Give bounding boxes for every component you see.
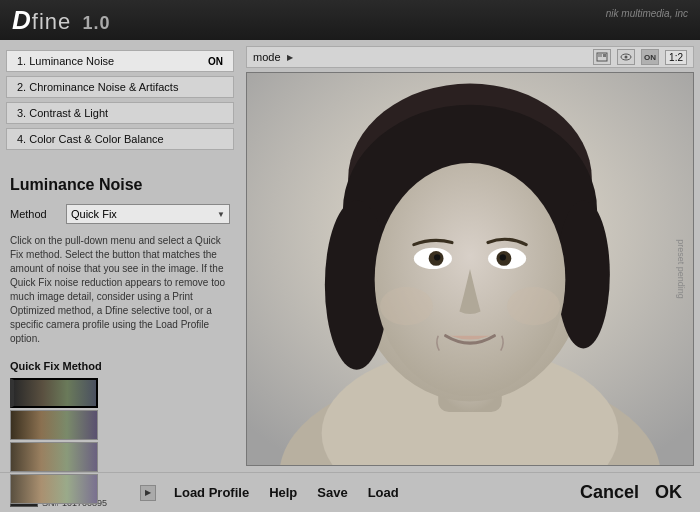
- left-panel: 1. Luminance Noise ON 2. Chrominance Noi…: [0, 40, 240, 472]
- thumbnail-item-1[interactable]: [10, 378, 98, 408]
- eye-icon: [620, 52, 632, 62]
- right-panel: mode ▶ ON 1:2: [240, 40, 700, 472]
- method-dropdown[interactable]: Quick Fix ▼: [66, 204, 230, 224]
- svg-point-17: [434, 254, 440, 260]
- image-icon: [596, 52, 608, 62]
- title-d: D: [12, 5, 32, 35]
- eye-icon-btn[interactable]: [617, 49, 635, 65]
- svg-point-21: [380, 287, 433, 325]
- load-profile-button[interactable]: Load Profile: [164, 481, 259, 504]
- chevron-down-icon: ▼: [217, 210, 225, 219]
- title-fine: fine: [32, 9, 71, 34]
- mode-bar: mode ▶ ON 1:2: [246, 46, 694, 68]
- preview-icon-btn[interactable]: [593, 49, 611, 65]
- play-icon: ▶: [145, 488, 151, 497]
- app-header: Dfine 1.0 nik multimedia, inc: [0, 0, 700, 40]
- ok-button[interactable]: OK: [647, 478, 690, 507]
- step-1-badge: ON: [208, 56, 223, 67]
- svg-point-4: [625, 56, 628, 59]
- method-row: Method Quick Fix ▼: [10, 204, 230, 224]
- play-button[interactable]: ▶: [140, 485, 156, 501]
- zoom-display[interactable]: 1:2: [665, 50, 687, 65]
- step-item-1[interactable]: 1. Luminance Noise ON: [6, 50, 234, 72]
- mode-arrow-icon: ▶: [287, 53, 293, 62]
- svg-rect-1: [598, 54, 602, 57]
- mode-label: mode: [253, 51, 281, 63]
- step-item-4[interactable]: 4. Color Cast & Color Balance: [6, 128, 234, 150]
- thumbnail-item-3[interactable]: [10, 442, 98, 472]
- thumbnail-item-4[interactable]: [10, 474, 98, 504]
- help-button[interactable]: Help: [259, 481, 307, 504]
- step-1-label: 1. Luminance Noise: [17, 55, 114, 67]
- svg-rect-2: [603, 54, 606, 57]
- step-item-3[interactable]: 3. Contrast & Light: [6, 102, 234, 124]
- pending-label: preset pending: [676, 239, 686, 299]
- description-text: Click on the pull-down menu and select a…: [10, 234, 230, 346]
- section-title: Luminance Noise: [10, 176, 230, 194]
- step-item-2[interactable]: 2. Chrominance Noise & Artifacts: [6, 76, 234, 98]
- step-3-label: 3. Contrast & Light: [17, 107, 108, 119]
- qfm-label: Quick Fix Method: [10, 360, 230, 372]
- on-label: ON: [644, 53, 656, 62]
- step-4-label: 4. Color Cast & Color Balance: [17, 133, 164, 145]
- method-value: Quick Fix: [71, 208, 117, 220]
- main-content: 1. Luminance Noise ON 2. Chrominance Noi…: [0, 40, 700, 472]
- svg-point-22: [507, 287, 560, 325]
- thumbnail-grid: [10, 378, 100, 504]
- thumbnail-item-2[interactable]: [10, 410, 98, 440]
- preview-image: preset pending: [246, 72, 694, 466]
- bottom-bar: nik dsf sdf sdf SN# 101700895 ▶ Load Pro…: [0, 472, 700, 512]
- svg-point-20: [500, 254, 506, 260]
- cancel-button[interactable]: Cancel: [572, 478, 647, 507]
- on-icon-btn[interactable]: ON: [641, 49, 659, 65]
- step-2-label: 2. Chrominance Noise & Artifacts: [17, 81, 178, 93]
- company-name: nik multimedia, inc: [606, 8, 688, 19]
- method-label: Method: [10, 208, 60, 220]
- app-title: Dfine 1.0: [12, 5, 110, 36]
- load-button[interactable]: Load: [358, 481, 409, 504]
- save-button[interactable]: Save: [307, 481, 357, 504]
- title-version: 1.0: [82, 13, 110, 33]
- portrait-svg: [247, 73, 693, 465]
